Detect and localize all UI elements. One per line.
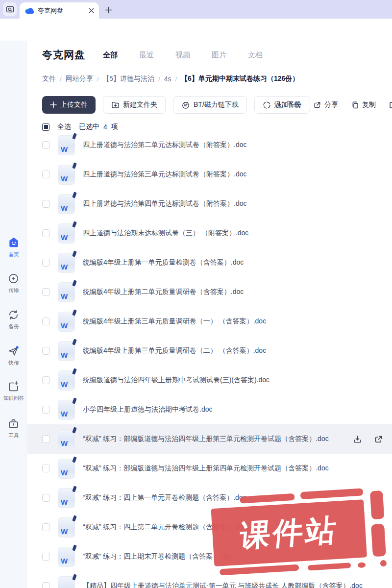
file-row[interactable]: W 四上道德与法治期末达标测试卷（三） （附答案）.doc [27, 219, 392, 248]
file-row[interactable]: W 小学四年级上册道德与法治期中考试卷.doc [27, 395, 392, 424]
breadcrumb-separator: / [158, 75, 160, 83]
file-row[interactable]: W 统编版道德与法治四年级上册期中考试测试卷(三)(含答案).doc [27, 366, 392, 395]
file-checkbox[interactable] [42, 494, 50, 502]
word-file-icon: W [58, 459, 75, 479]
plus-icon [50, 101, 57, 108]
copy-icon [351, 101, 359, 109]
file-checkbox[interactable] [42, 347, 50, 355]
file-checkbox[interactable] [42, 465, 50, 472]
share-button[interactable]: 分享 [313, 100, 338, 109]
file-row[interactable]: W 统编版4年级上册第二单元质量调研卷（含答案）.doc [27, 277, 392, 307]
file-name[interactable]: “双减” 练习：部编版道德与法治四年级上册第三单元检测开卷试题（含答案）.doc [83, 435, 329, 443]
file-checkbox[interactable] [42, 435, 50, 443]
file-checkbox[interactable] [42, 523, 50, 531]
row-download-icon[interactable] [353, 435, 362, 444]
file-row[interactable]: W 统编版4年级上册第一单元质量检测卷（含答案）.doc [27, 248, 392, 277]
share-icon [313, 101, 321, 109]
word-file-icon: W [58, 312, 75, 332]
tab-close-icon[interactable] [89, 8, 94, 13]
transfer-icon [7, 272, 20, 285]
tab-all[interactable]: 全部 [103, 50, 118, 60]
bt-magnet-button[interactable]: BT BT/磁力链下载 [173, 96, 247, 114]
tab-recent[interactable]: 最近 [139, 50, 154, 60]
breadcrumb-item[interactable]: 4s [164, 75, 172, 83]
file-checkbox[interactable] [42, 406, 50, 414]
breadcrumb-separator: / [97, 75, 99, 83]
file-row-hovered[interactable]: W “双减” 练习：部编版道德与法治四年级上册第三单元检测开卷试题（含答案）.d… [27, 424, 392, 454]
bt-magnet-icon: BT [181, 100, 190, 109]
file-checkbox[interactable] [42, 318, 50, 325]
sidebar-item-home[interactable]: 首页 [0, 236, 27, 258]
tab-doc[interactable]: 文档 [248, 50, 263, 60]
file-checkbox[interactable] [42, 141, 50, 149]
file-checkbox[interactable] [42, 200, 50, 208]
file-name[interactable]: 统编版4年级上册第三单元质量调研卷（一） （含答案）.doc [83, 317, 266, 326]
word-file-icon: W [58, 282, 75, 302]
new-folder-icon [111, 101, 120, 109]
file-checkbox[interactable] [42, 582, 50, 588]
upload-button[interactable]: 上传文件 [42, 96, 96, 114]
breadcrumb: 文件 / 网站分享 / 【5】道德与法治 / 4s / 【6】单元期中期末试卷练… [42, 74, 299, 83]
browser-tab-active[interactable]: 夸克网盘 [20, 2, 99, 19]
file-row[interactable]: W “双减” 练习：部编版道德与法治四年级上册第四单元检测开卷试题（含答案）.d… [27, 454, 392, 483]
sidebar-item-backup[interactable]: 备份 [0, 309, 27, 330]
breadcrumb-item[interactable]: 【5】道德与法治 [102, 74, 154, 83]
word-file-icon: W [58, 576, 75, 588]
sidebar-item-knowledge-qa[interactable]: 知识问答 [0, 380, 27, 402]
copy-label: 复制 [362, 100, 376, 109]
word-file-icon: W [58, 253, 75, 273]
action-toolbar: 上传文件 新建文件夹 BT BT/磁力链下载 [42, 96, 310, 114]
word-file-icon: W [58, 194, 75, 214]
tab-title: 夸克网盘 [38, 6, 85, 15]
select-all-checkbox[interactable] [42, 123, 49, 131]
file-name[interactable]: 四上册道德与法治第三单元达标测试卷（附答案）.doc [83, 170, 246, 179]
sidebar-item-quick-send[interactable]: 快传 [0, 345, 27, 367]
file-row[interactable]: W 四上册道德与法治第三单元达标测试卷（附答案）.doc [27, 160, 392, 189]
file-checkbox[interactable] [42, 553, 50, 561]
more-action-icon [389, 101, 392, 109]
word-file-icon: W [58, 429, 75, 449]
browser-toolbar: 搜网盘、搜当前文件夹或搜全网（Ctrl + F） [0, 19, 392, 41]
download-button[interactable]: 下载 [275, 100, 300, 109]
file-row[interactable]: W 统编版4年级上册第三单元质量调研卷（一） （含答案）.doc [27, 307, 392, 336]
file-name[interactable]: 小学四年级上册道德与法治期中考试卷.doc [83, 405, 212, 414]
file-checkbox[interactable] [42, 376, 50, 384]
stamp-text: 课件站 [239, 514, 340, 551]
more-action-button[interactable] [389, 101, 392, 109]
tab-search-button[interactable] [3, 2, 17, 16]
file-checkbox[interactable] [42, 171, 50, 178]
file-checkbox[interactable] [42, 288, 50, 296]
sidebar-item-tools[interactable]: 工具 [0, 417, 27, 439]
file-row[interactable]: W 统编版4年级上册第三单元质量调研卷（二） （含答案）.doc [27, 336, 392, 366]
file-name[interactable]: 四上册道德与法治第二单元达标测试卷（附答案）.doc [83, 141, 246, 149]
word-file-icon: W [58, 135, 75, 155]
sidebar-label-home: 首页 [8, 251, 19, 258]
file-row[interactable]: W 四上册道德与法治第四单元达标测试卷（附答案）.doc [27, 189, 392, 219]
file-name[interactable]: 统编版道德与法治四年级上册期中考试测试卷(三)(含答案).doc [83, 376, 270, 385]
breadcrumb-item[interactable]: 文件 [42, 74, 56, 83]
copy-button[interactable]: 复制 [351, 100, 376, 109]
file-name[interactable]: “双减” 练习：部编版道德与法治四年级上册第四单元检测开卷试题（含答案）.doc [83, 464, 329, 473]
home-icon [7, 236, 20, 249]
file-name[interactable]: “双减” 练习：四上期末开卷检测题（含答案）.doc [83, 552, 233, 561]
file-checkbox[interactable] [42, 229, 50, 237]
bt-magnet-label: BT/磁力链下载 [194, 100, 239, 109]
file-name[interactable]: 统编版4年级上册第一单元质量检测卷（含答案）.doc [83, 258, 244, 267]
sidebar-item-transfer[interactable]: 传输 [0, 272, 27, 294]
file-row[interactable]: W 四上册道德与法治第二单元达标测试卷（附答案）.doc [27, 130, 392, 160]
file-checkbox[interactable] [42, 259, 50, 267]
file-name[interactable]: 统编版4年级上册第二单元质量调研卷（含答案）.doc [83, 288, 244, 296]
file-name[interactable]: 统编版4年级上册第三单元质量调研卷（二） （含答案）.doc [83, 346, 266, 355]
quark-cloud-logo [24, 7, 34, 14]
word-file-icon: W [58, 223, 75, 244]
file-name[interactable]: 四上册道德与法治第四单元达标测试卷（附答案）.doc [83, 199, 246, 208]
new-tab-button[interactable] [101, 2, 116, 17]
tab-video[interactable]: 视频 [175, 50, 190, 60]
tab-image[interactable]: 图片 [212, 50, 226, 60]
new-folder-label: 新建文件夹 [123, 100, 157, 109]
row-open-icon[interactable] [374, 435, 383, 444]
breadcrumb-item[interactable]: 网站分享 [66, 74, 93, 83]
quark-drive-window: 夸克网盘 搜网盘、搜当前文件夹或搜全网（Ctrl + F） [0, 0, 392, 588]
new-folder-button[interactable]: 新建文件夹 [103, 96, 166, 114]
file-name[interactable]: 四上道德与法治期末达标测试卷（三） （附答案）.doc [83, 229, 248, 238]
